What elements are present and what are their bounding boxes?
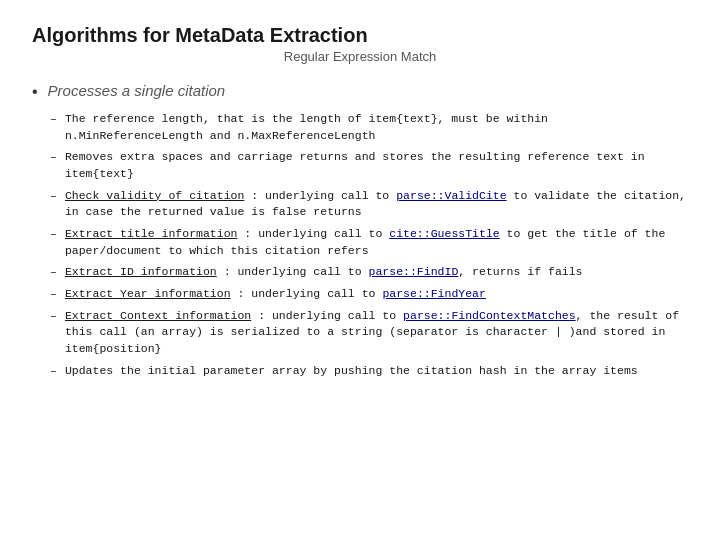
dash-icon: –	[50, 286, 57, 303]
text-span: Removes extra spaces and carriage return…	[65, 150, 645, 180]
dash-icon: –	[50, 264, 57, 281]
page-subtitle: Regular Expression Match	[32, 49, 688, 64]
list-item: –Extract Year information : underlying c…	[50, 286, 688, 303]
underline-span: Extract title information	[65, 227, 238, 240]
page-container: Algorithms for MetaData Extraction Regul…	[0, 0, 720, 540]
bullet-icon: •	[32, 83, 38, 101]
item-text-6: Extract Context information : underlying…	[65, 308, 688, 358]
list-item: –Removes extra spaces and carriage retur…	[50, 149, 688, 182]
text-span: The reference length, that is the length…	[65, 112, 548, 142]
item-text-0: The reference length, that is the length…	[65, 111, 688, 144]
dash-icon: –	[50, 111, 57, 128]
text-span: : underlying call to	[244, 189, 396, 202]
item-text-1: Removes extra spaces and carriage return…	[65, 149, 688, 182]
code-span: parse::FindID	[369, 265, 459, 278]
dash-icon: –	[50, 226, 57, 243]
list-item: –Updates the initial parameter array by …	[50, 363, 688, 380]
underline-span: Extract ID information	[65, 265, 217, 278]
section-heading: Processes a single citation	[48, 82, 226, 99]
item-text-7: Updates the initial parameter array by p…	[65, 363, 688, 380]
text-span: : underlying call to	[251, 309, 403, 322]
page-title: Algorithms for MetaData Extraction	[32, 24, 688, 47]
dash-icon: –	[50, 188, 57, 205]
item-text-3: Extract title information : underlying c…	[65, 226, 688, 259]
code-span: parse::ValidCite	[396, 189, 506, 202]
item-text-2: Check validity of citation : underlying …	[65, 188, 688, 221]
text-span: , returns if fails	[458, 265, 582, 278]
underline-span: Extract Context information	[65, 309, 251, 322]
dash-icon: –	[50, 308, 57, 325]
processes-section: • Processes a single citation	[32, 82, 688, 101]
underline-span: Extract Year information	[65, 287, 231, 300]
dash-icon: –	[50, 149, 57, 166]
text-span: : underlying call to	[231, 287, 383, 300]
text-span: Updates the initial parameter array by p…	[65, 364, 638, 377]
list-item: –Check validity of citation : underlying…	[50, 188, 688, 221]
item-text-4: Extract ID information : underlying call…	[65, 264, 688, 281]
dash-icon: –	[50, 363, 57, 380]
code-span: parse::FindYear	[382, 287, 486, 300]
list-item: –Extract title information : underlying …	[50, 226, 688, 259]
code-span: cite::GuessTitle	[389, 227, 499, 240]
underline-span: Check validity of citation	[65, 189, 244, 202]
item-text-5: Extract Year information : underlying ca…	[65, 286, 688, 303]
list-item: –Extract Context information : underlyin…	[50, 308, 688, 358]
text-span: : underlying call to	[237, 227, 389, 240]
list-item: –The reference length, that is the lengt…	[50, 111, 688, 144]
text-span: : underlying call to	[217, 265, 369, 278]
code-span: parse::FindContextMatches	[403, 309, 576, 322]
items-list: –The reference length, that is the lengt…	[50, 111, 688, 379]
list-item: –Extract ID information : underlying cal…	[50, 264, 688, 281]
